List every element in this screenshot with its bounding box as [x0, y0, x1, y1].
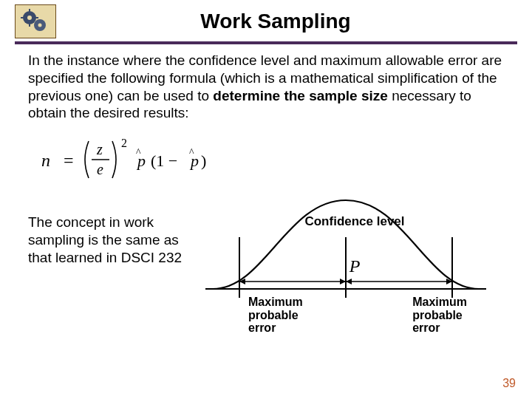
formula-exp: 2 — [121, 137, 127, 149]
slide-number: 39 — [502, 377, 516, 390]
concept-text: The concept in work sampling is the same… — [28, 193, 205, 266]
svg-point-4 — [38, 24, 42, 27]
intro-bold: determine the sample size — [213, 88, 388, 103]
svg-text:): ) — [201, 151, 206, 170]
svg-rect-5 — [29, 9, 30, 12]
mpe-label-left: Maximumprobableerror — [248, 296, 303, 335]
p-symbol: P — [349, 256, 361, 276]
header-divider — [15, 41, 517, 44]
gear-logo-icon — [15, 4, 56, 38]
svg-rect-7 — [21, 17, 24, 18]
formula-z: z — [96, 141, 103, 157]
svg-marker-22 — [346, 279, 352, 284]
svg-rect-6 — [29, 24, 30, 27]
svg-point-2 — [27, 16, 32, 20]
svg-text:^: ^ — [189, 147, 194, 158]
svg-rect-8 — [35, 17, 38, 18]
page-title: Work Sampling — [64, 10, 517, 33]
formula-eq: = — [64, 151, 74, 170]
confidence-label: Confidence level — [304, 215, 404, 229]
svg-marker-20 — [340, 279, 346, 284]
formula: n = z e 2 p ^ (1 − p ^ ) — [35, 134, 504, 185]
intro-text: In the instance where the confidence lev… — [28, 52, 504, 122]
formula-e: e — [97, 161, 103, 177]
formula-n: n — [41, 151, 50, 170]
svg-text:^: ^ — [136, 147, 141, 158]
mpe-label-right: Maximumprobableerror — [412, 296, 467, 335]
bell-curve-diagram: Confidence level P Maximumprobableerror … — [205, 193, 504, 341]
formula-oneminus: (1 − — [151, 151, 177, 170]
